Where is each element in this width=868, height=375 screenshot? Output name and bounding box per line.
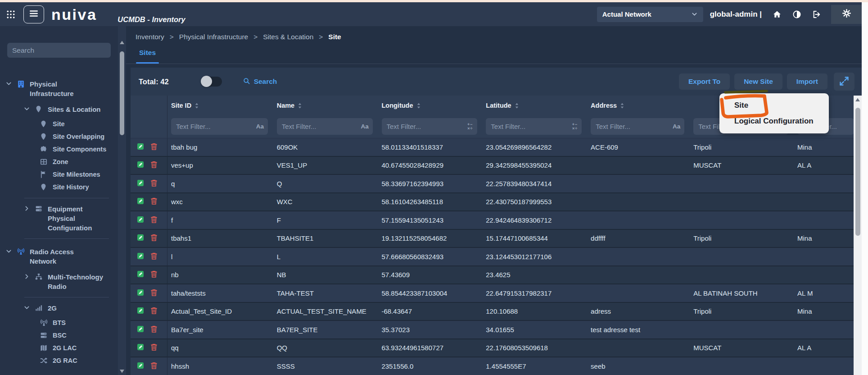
logout-icon[interactable] [812, 10, 821, 19]
column-header-longitude[interactable]: Longitude [378, 96, 482, 115]
delete-row-button[interactable] [150, 215, 158, 225]
delete-row-button[interactable] [150, 270, 158, 279]
scroll-up-icon[interactable] [119, 41, 125, 45]
filter-input-latitude[interactable] [490, 122, 570, 131]
cell-site_id: Actual_Test_Site_ID [167, 307, 273, 315]
edit-icon [136, 215, 145, 225]
column-header-site_id[interactable]: Site ID [167, 96, 273, 115]
filter-input-longitude[interactable] [386, 122, 465, 131]
sidebar-scrollbar-thumb[interactable] [120, 51, 124, 135]
home-icon[interactable] [773, 10, 782, 19]
sidebar-item-equipment-physical-configuration[interactable]: Equipment Physical Configuration [0, 204, 118, 233]
puzzle-icon [40, 145, 48, 154]
sort-icon[interactable] [194, 102, 199, 109]
breadcrumb-link-inventory[interactable]: Inventory [136, 33, 164, 41]
delete-row-button[interactable] [150, 160, 158, 170]
breadcrumb-separator: > [319, 33, 323, 41]
sidebar-item-site-components[interactable]: Site Components [0, 145, 118, 154]
toggle-knob[interactable] [201, 76, 212, 87]
edit-row-button[interactable] [136, 233, 145, 243]
sidebar-item-sites-location[interactable]: Sites & Location [0, 105, 118, 114]
hierarchy-icon [35, 273, 43, 291]
sidebar-item-site-overlapping[interactable]: Site Overlapping [0, 132, 118, 142]
sidebar-item-bts[interactable]: BTS [0, 318, 118, 328]
cell-site_id: Ba7er_site [167, 326, 273, 334]
hamburger-menu-button[interactable] [23, 5, 44, 23]
sort-icon[interactable] [515, 102, 519, 109]
sort-icon[interactable] [416, 102, 421, 109]
tab-sites[interactable]: Sites [139, 49, 156, 57]
delete-row-button[interactable] [150, 142, 158, 152]
sidebar-item-label: Site History [53, 183, 89, 192]
delete-row-button[interactable] [150, 197, 158, 206]
edit-row-button[interactable] [136, 270, 145, 279]
edit-row-button[interactable] [136, 160, 145, 170]
topbar-right-group: Actual Network global-admin | [597, 5, 862, 24]
settings-button[interactable] [831, 5, 862, 24]
export-to-button[interactable]: Export To [679, 73, 730, 90]
sidebar-item-2g-rac[interactable]: 2G RAC [0, 356, 118, 366]
sort-icon[interactable] [620, 102, 624, 109]
sidebar-item-site-history[interactable]: Site History [0, 183, 118, 192]
sidebar-item-site-milestones[interactable]: Site Milestones [0, 170, 118, 179]
sidebar-item-2g[interactable]: 2G [0, 303, 118, 313]
sidebar-item-site[interactable]: Site [0, 119, 118, 129]
delete-row-button[interactable] [150, 288, 158, 298]
edit-row-button[interactable] [136, 288, 145, 298]
sidebar-item-radio-access-network[interactable]: Radio Access Network [0, 247, 118, 266]
edit-icon [136, 179, 145, 188]
sidebar-item-zone[interactable]: Zone [0, 157, 118, 167]
edit-row-button[interactable] [136, 361, 145, 371]
popup-item-site[interactable]: Site [719, 97, 829, 113]
edit-row-button[interactable] [136, 179, 145, 188]
filter-input-address[interactable] [595, 122, 670, 131]
edit-row-button[interactable] [136, 215, 145, 225]
table-search-link[interactable]: Search [243, 77, 277, 87]
filter-toggle[interactable] [202, 77, 222, 87]
delete-row-button[interactable] [150, 306, 158, 316]
edit-row-button[interactable] [136, 252, 145, 261]
column-header-latitude[interactable]: Latitude [482, 96, 587, 115]
delete-row-button[interactable] [150, 252, 158, 261]
sidebar-item-label: Site Components [53, 145, 106, 154]
edit-row-button[interactable] [136, 325, 145, 334]
delete-row-button[interactable] [150, 361, 158, 371]
edit-row-button[interactable] [136, 197, 145, 206]
filter-input-site_id[interactable] [175, 122, 254, 131]
sidebar-item-2g-lac[interactable]: 2G LAC [0, 343, 118, 353]
sidebar-item-physical-infrastructure[interactable]: Physical Infrastructure [0, 79, 118, 98]
delete-row-button[interactable] [150, 233, 158, 243]
popup-item-logical-configuration[interactable]: Logical Configuration [719, 113, 829, 129]
table-scrollbar[interactable] [854, 96, 862, 375]
column-header-address[interactable]: Address [587, 96, 690, 115]
cell-name: VES1_UP [273, 161, 378, 169]
contrast-icon[interactable] [792, 10, 801, 19]
scroll-up-icon[interactable] [855, 98, 860, 102]
table-scrollbar-thumb[interactable] [855, 108, 860, 236]
import-button[interactable]: Import [787, 73, 827, 90]
breadcrumb-link-sites-location[interactable]: Sites & Location [263, 33, 313, 41]
sidebar-item-multi-technology-radio[interactable]: Multi-Technology Radio [0, 272, 118, 291]
apps-grid-icon[interactable] [6, 9, 16, 19]
delete-row-button[interactable] [150, 179, 158, 188]
sidebar-item-bsc[interactable]: BSC [0, 331, 118, 340]
filter-input-name[interactable] [281, 122, 359, 131]
breadcrumb-link-physical-infrastructure[interactable]: Physical Infrastructure [179, 33, 248, 41]
edit-row-button[interactable] [136, 306, 145, 316]
edit-row-button[interactable] [136, 343, 145, 352]
delete-row-button[interactable] [150, 343, 158, 352]
pin-icon [40, 133, 48, 142]
expand-table-button[interactable] [834, 73, 854, 91]
scroll-down-icon[interactable] [119, 369, 125, 373]
new-site-button[interactable]: New Site [734, 73, 782, 90]
edit-row-button[interactable] [136, 142, 145, 152]
column-header-name[interactable]: Name [273, 96, 378, 115]
sidebar-search-input[interactable] [7, 43, 111, 58]
delete-row-button[interactable] [150, 325, 158, 334]
edit-icon [136, 233, 145, 243]
network-select[interactable]: Actual Network [597, 7, 703, 22]
cell-column6: Tripoli [690, 307, 794, 315]
sort-icon[interactable] [298, 102, 302, 109]
cell-site_id: qq [167, 344, 273, 352]
sidebar-scrollbar[interactable] [118, 26, 126, 375]
